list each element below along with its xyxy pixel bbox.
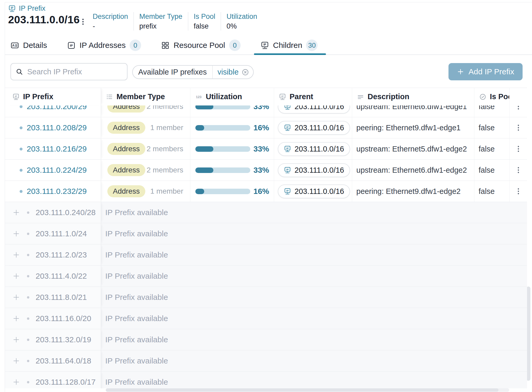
actions-cell: [509, 181, 527, 202]
prefix-cell: 203.111.64.0/18: [5, 350, 101, 371]
add-available-prefix-icon[interactable]: [12, 378, 20, 386]
row-menu-button[interactable]: [513, 164, 524, 176]
available-prefix-label: 203.111.4.0/22: [36, 272, 87, 281]
column-header-member-type: Member Type: [101, 88, 190, 105]
prefix-cell: 203.111.4.0/22: [5, 266, 101, 287]
is-pool-cell: false: [474, 181, 509, 202]
ip-prefix-icon: [12, 93, 20, 100]
is-pool-value: false: [479, 166, 495, 175]
table-row: 203.111.0.224/29 Address 2 members 33% 2…: [5, 160, 527, 181]
filter-chip-name: Available IP prefixes: [133, 68, 212, 76]
available-prefix-label: 203.111.1.0/24: [36, 229, 87, 238]
utilization-cell: 16%: [190, 117, 274, 138]
tab-children[interactable]: Children 30: [261, 36, 318, 54]
actions-cell: [509, 160, 527, 181]
add-available-prefix-icon[interactable]: [12, 357, 20, 365]
prefix-link[interactable]: 203.111.0.208/29: [27, 123, 87, 132]
remove-filter-icon[interactable]: [241, 68, 249, 76]
tab-resource-pool[interactable]: Resource Pool 0: [161, 36, 241, 54]
parent-link[interactable]: 203.111.0.0/16: [278, 142, 350, 156]
member-type-cell: Address 2 members: [101, 138, 190, 159]
add-available-prefix-icon[interactable]: [12, 336, 20, 344]
add-available-prefix-icon[interactable]: [12, 315, 20, 322]
number-123-icon: 123: [195, 93, 202, 100]
available-prefix-row: 203.111.16.0/20 IP Prefix available: [5, 308, 527, 329]
is-pool-value: false: [479, 145, 495, 153]
actions-cell: [509, 138, 527, 159]
add-available-prefix-icon[interactable]: [12, 230, 20, 238]
member-type-cell: Address 1 member: [101, 181, 190, 202]
available-status-text: IP Prefix available: [105, 378, 168, 387]
available-status-text: IP Prefix available: [105, 208, 168, 217]
table-row: 203.111.0.216/29 Address 2 members 33% 2…: [5, 138, 527, 160]
tab-details[interactable]: A Details: [10, 36, 47, 54]
table-row: 203.111.0.232/29 Address 1 member 16% 20…: [5, 181, 527, 202]
available-status-text: IP Prefix available: [105, 335, 168, 344]
available-prefix-label: 203.111.128.0/17: [36, 378, 96, 387]
utilization-value: 16%: [253, 187, 269, 196]
parent-link[interactable]: 203.111.0.0/16: [278, 121, 350, 135]
prefix-cell: 203.111.32.0/19: [5, 329, 101, 350]
is-pool-value: false: [479, 187, 495, 196]
kebab-icon: [515, 166, 522, 174]
prefix-cell: 203.111.0.232/29: [5, 181, 101, 202]
available-prefix-row: 203.111.4.0/22 IP Prefix available: [5, 266, 527, 287]
text-lines-icon: [357, 93, 364, 100]
title-menu-button[interactable]: [78, 16, 88, 27]
row-menu-button[interactable]: [513, 122, 524, 133]
utilization-bar: [195, 125, 250, 131]
prefix-dot: [27, 254, 29, 256]
available-status-text: IP Prefix available: [105, 272, 168, 281]
prefix-dot: [27, 211, 29, 214]
add-available-prefix-icon[interactable]: [12, 293, 20, 301]
prefix-cell: 203.111.0.216/29: [5, 138, 101, 159]
meta-utilization: Utilization 0%: [221, 12, 263, 31]
prefix-dot: [27, 317, 29, 320]
plus-icon: [457, 68, 464, 75]
id-card-icon: A: [10, 41, 19, 50]
table-body: 203.111.0.200/29 Address 2 members 33% 2…: [5, 96, 527, 388]
prefix-dot: [27, 360, 29, 362]
available-status-text: IP Prefix available: [105, 229, 168, 238]
parent-link[interactable]: 203.111.0.0/16: [278, 163, 350, 177]
breadcrumb[interactable]: IP Prefix: [8, 4, 46, 13]
row-menu-button[interactable]: [513, 143, 524, 155]
svg-text:123: 123: [196, 95, 201, 99]
row-menu-button[interactable]: [513, 186, 524, 197]
add-available-prefix-icon[interactable]: [12, 209, 20, 216]
table-row: 203.111.0.208/29 Address 1 member 16% 20…: [5, 117, 527, 138]
search-box[interactable]: [10, 63, 128, 80]
filter-chip: Available IP prefixes visible: [132, 65, 254, 79]
member-count: 2 members: [147, 166, 183, 174]
prefix-link[interactable]: 203.111.0.224/29: [27, 166, 87, 175]
filter-chip-value[interactable]: visible: [213, 68, 253, 76]
prefix-cell: 203.111.0.240/28: [5, 202, 101, 223]
prefix-link[interactable]: 203.111.0.216/29: [27, 144, 87, 153]
available-status-cell: IP Prefix available: [101, 287, 527, 308]
description-cell: upstream: Ethernet6.dfw1-edge2: [352, 160, 474, 181]
available-prefix-label: 203.111.2.0/23: [36, 250, 87, 259]
parent-link[interactable]: 203.111.0.0/16: [278, 184, 350, 198]
add-available-prefix-icon[interactable]: [12, 272, 20, 280]
prefix-dot: [20, 105, 23, 108]
available-prefix-row: 203.111.64.0/18 IP Prefix available: [5, 350, 527, 372]
prefix-link[interactable]: 203.111.0.232/29: [27, 187, 87, 196]
utilization-cell: 16%: [190, 181, 274, 202]
summary-meta: Description - Member Type prefix Is Pool…: [93, 12, 263, 31]
add-ip-prefix-button[interactable]: Add IP Prefix: [448, 63, 523, 80]
available-prefix-label: 203.111.16.0/20: [36, 314, 91, 323]
add-available-prefix-icon[interactable]: [12, 251, 20, 259]
ip-prefix-detail-page: IP Prefix 203.111.0.0/16 Description - M…: [0, 0, 532, 392]
ip-prefix-icon: [284, 145, 291, 153]
tab-ip-addresses[interactable]: IP IP Addresses 0: [67, 36, 141, 54]
utilization-fill: [195, 125, 204, 131]
search-input[interactable]: [27, 67, 122, 76]
member-type-cell: Address 2 members: [101, 160, 190, 181]
horizontal-scrollbar-thumb[interactable]: [106, 388, 498, 392]
ip-prefix-icon: [284, 124, 291, 131]
prefix-dot: [27, 296, 29, 299]
utilization-fill: [195, 189, 204, 194]
available-prefix-row: 203.111.2.0/23 IP Prefix available: [5, 244, 527, 266]
prefix-cell: 203.111.8.0/21: [5, 287, 101, 308]
description-cell: upstream: Ethernet5.dfw1-edge2: [352, 138, 474, 159]
